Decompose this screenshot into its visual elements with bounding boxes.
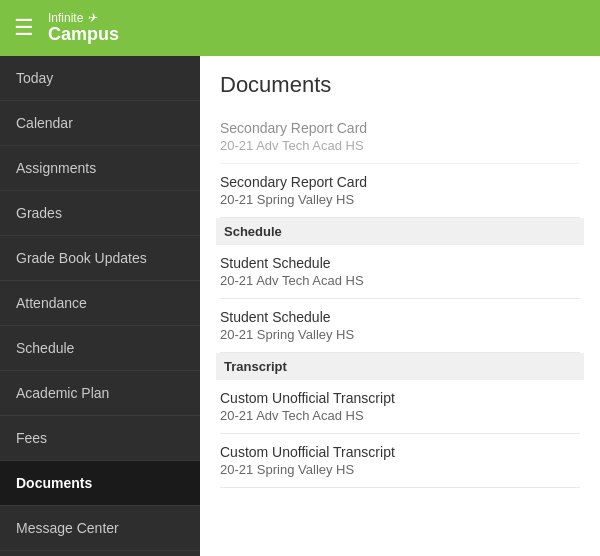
sidebar-item-schedule[interactable]: Schedule bbox=[0, 326, 200, 371]
doc-title: Custom Unofficial Transcript bbox=[220, 444, 580, 460]
sidebar-item-today[interactable]: Today bbox=[0, 56, 200, 101]
doc-title: Student Schedule bbox=[220, 309, 580, 325]
hamburger-icon[interactable]: ☰ bbox=[14, 17, 34, 39]
section-header-transcript: Transcript bbox=[216, 353, 584, 380]
section-header-schedule: Schedule bbox=[216, 218, 584, 245]
sidebar-item-grades[interactable]: Grades bbox=[0, 191, 200, 236]
doc-subtitle: 20-21 Adv Tech Acad HS bbox=[220, 138, 580, 153]
doc-title: Secondary Report Card bbox=[220, 174, 580, 190]
doc-title: Secondary Report Card bbox=[220, 120, 580, 136]
doc-subtitle: 20-21 Spring Valley HS bbox=[220, 192, 580, 207]
app-header: ☰ Infinite ✈ Campus bbox=[0, 0, 600, 56]
list-item[interactable]: Student Schedule 20-21 Adv Tech Acad HS bbox=[220, 245, 580, 299]
list-item[interactable]: Student Schedule 20-21 Spring Valley HS bbox=[220, 299, 580, 353]
list-item[interactable]: Custom Unofficial Transcript 20-21 Sprin… bbox=[220, 434, 580, 488]
list-item[interactable]: Secondary Report Card 20-21 Adv Tech Aca… bbox=[220, 110, 580, 164]
logo-campus: Campus bbox=[48, 25, 119, 45]
sidebar-item-fees[interactable]: Fees bbox=[0, 416, 200, 461]
main-layout: Today Calendar Assignments Grades Grade … bbox=[0, 56, 600, 556]
doc-subtitle: 20-21 Spring Valley HS bbox=[220, 327, 580, 342]
logo-infinite: Infinite ✈ bbox=[48, 11, 97, 25]
sidebar-item-message-center[interactable]: Message Center bbox=[0, 506, 200, 551]
logo: Infinite ✈ Campus bbox=[48, 11, 119, 45]
list-item[interactable]: Custom Unofficial Transcript 20-21 Adv T… bbox=[220, 380, 580, 434]
page-title: Documents bbox=[220, 72, 580, 98]
doc-title: Custom Unofficial Transcript bbox=[220, 390, 580, 406]
list-item[interactable]: Secondary Report Card 20-21 Spring Valle… bbox=[220, 164, 580, 218]
doc-subtitle: 20-21 Adv Tech Acad HS bbox=[220, 273, 580, 288]
sidebar-item-grade-book-updates[interactable]: Grade Book Updates bbox=[0, 236, 200, 281]
sidebar-item-academic-plan[interactable]: Academic Plan bbox=[0, 371, 200, 416]
doc-title: Student Schedule bbox=[220, 255, 580, 271]
sidebar-item-more[interactable]: More bbox=[0, 551, 200, 556]
sidebar-item-assignments[interactable]: Assignments bbox=[0, 146, 200, 191]
doc-subtitle: 20-21 Adv Tech Acad HS bbox=[220, 408, 580, 423]
sidebar-item-calendar[interactable]: Calendar bbox=[0, 101, 200, 146]
sidebar-item-documents[interactable]: Documents bbox=[0, 461, 200, 506]
sidebar-item-attendance[interactable]: Attendance bbox=[0, 281, 200, 326]
document-list: Secondary Report Card 20-21 Adv Tech Aca… bbox=[220, 110, 580, 488]
content-area: Documents Secondary Report Card 20-21 Ad… bbox=[200, 56, 600, 556]
sidebar: Today Calendar Assignments Grades Grade … bbox=[0, 56, 200, 556]
doc-subtitle: 20-21 Spring Valley HS bbox=[220, 462, 580, 477]
